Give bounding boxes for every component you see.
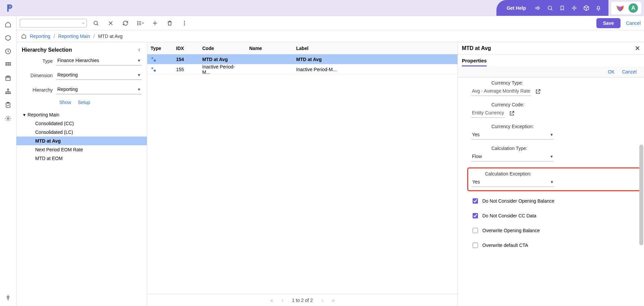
field-label: Currency Type: <box>471 80 637 86</box>
cell-label: MTD at Avg <box>293 57 458 62</box>
checkbox-label: Overwrite Opening Balance <box>482 228 540 233</box>
toolbar-search-icon[interactable] <box>90 17 102 29</box>
calculation-type-select[interactable]: Flow ▾ <box>471 152 553 161</box>
rail-box-icon[interactable] <box>4 34 12 42</box>
input-value: Avg - Average Monthly Rate <box>472 88 530 94</box>
toolbar-list-icon[interactable] <box>135 17 146 29</box>
pager-status: 1 to 2 of 2 <box>292 298 313 303</box>
tree-node[interactable]: Next Period EOM Rate <box>16 145 147 154</box>
col-idx[interactable]: IDX <box>173 46 199 51</box>
rail-clipboard-icon[interactable] <box>4 101 12 109</box>
cube-icon[interactable] <box>580 2 592 14</box>
hierarchy-select[interactable]: Reporting ▾ <box>56 85 142 94</box>
calculation-exception-select[interactable]: Yes ▾ <box>472 178 554 187</box>
type-select[interactable]: Finance Hierarchies ▾ <box>56 56 142 65</box>
properties-title: MTD at Avg <box>462 45 491 51</box>
user-avatar[interactable]: A <box>629 3 638 13</box>
rail-tree-icon[interactable] <box>4 88 12 95</box>
cancel-button[interactable]: Cancel <box>626 20 641 26</box>
pager-prev-icon[interactable]: ‹ <box>282 298 283 303</box>
pager-last-icon[interactable]: » <box>332 298 334 303</box>
svg-point-3 <box>573 7 575 9</box>
search-icon[interactable] <box>544 2 556 14</box>
scrollbar-thumb[interactable] <box>639 145 643 245</box>
svg-line-20 <box>97 24 98 26</box>
breadcrumb-link[interactable]: Reporting <box>30 34 50 39</box>
app-logo[interactable] <box>3 1 16 15</box>
dimension-select[interactable]: Reporting ▾ <box>56 71 142 80</box>
svg-point-19 <box>94 21 98 25</box>
tree-root[interactable]: ▾ Reporting Main <box>16 110 147 119</box>
tree-node[interactable]: Consolidated (LC) <box>16 128 147 137</box>
tree-node[interactable]: Consolidated (CC) <box>16 119 147 128</box>
scrollbar[interactable] <box>639 78 643 306</box>
col-name[interactable]: Name <box>246 46 293 51</box>
tab-properties[interactable]: Properties <box>462 58 487 66</box>
chevron-down-icon: ▾ <box>23 112 25 117</box>
toolbar-close-icon[interactable] <box>105 17 116 29</box>
rail-home-icon[interactable] <box>4 21 12 28</box>
breadcrumb-link[interactable]: Reporting Main <box>58 34 90 39</box>
pager-first-icon[interactable]: « <box>270 298 273 303</box>
rail-pin-icon[interactable] <box>4 294 12 301</box>
target-icon[interactable] <box>568 2 580 14</box>
select-value: Reporting <box>57 72 78 78</box>
cell-code: Inactive Period-M... <box>199 64 246 75</box>
checkbox[interactable] <box>473 198 478 204</box>
svg-rect-9 <box>7 64 9 65</box>
svg-point-15 <box>9 93 10 94</box>
bell-icon[interactable] <box>592 2 604 14</box>
toolbar: Save Cancel <box>16 16 644 30</box>
tree-node[interactable]: MTD at EOM <box>16 154 147 163</box>
col-label[interactable]: Label <box>293 46 458 51</box>
setup-link[interactable]: Setup <box>78 100 90 105</box>
cell-label: Inactive Period-M... <box>293 67 458 72</box>
toolbar-combo[interactable] <box>20 19 87 28</box>
close-icon[interactable]: ✕ <box>635 45 640 52</box>
properties-ok[interactable]: OK <box>608 69 614 74</box>
pager-next-icon[interactable]: › <box>322 298 323 303</box>
tree-node[interactable]: MTD at Avg <box>16 137 147 145</box>
table-row[interactable]: 154MTD at AvgMTD at Avg <box>147 54 458 64</box>
show-link[interactable]: Show <box>59 100 71 105</box>
currency-exception-select[interactable]: Yes ▾ <box>471 131 553 140</box>
rail-gear-icon[interactable] <box>4 115 12 122</box>
col-code[interactable]: Code <box>199 46 246 51</box>
breadcrumb-sep: / <box>54 34 55 39</box>
currency-type-input[interactable]: Avg - Average Monthly Rate <box>471 87 531 96</box>
announce-icon[interactable] <box>532 2 544 14</box>
toolbar-refresh-icon[interactable] <box>120 17 131 29</box>
save-button[interactable]: Save <box>596 18 621 28</box>
checkbox[interactable] <box>473 243 478 248</box>
get-help-link[interactable]: Get Help <box>506 5 526 11</box>
cell-idx: 154 <box>173 57 199 62</box>
svg-rect-10 <box>9 64 11 65</box>
chevron-down-icon <box>81 21 85 25</box>
toolbar-add-icon[interactable] <box>149 17 161 29</box>
col-type[interactable]: Type <box>147 46 173 51</box>
checkbox[interactable] <box>473 213 478 218</box>
toolbar-delete-icon[interactable] <box>164 17 175 29</box>
bookmark-icon[interactable] <box>556 2 568 14</box>
toolbar-more-icon[interactable] <box>179 17 190 29</box>
chevron-down-icon: ▾ <box>138 87 140 92</box>
field-label: Hierarchy <box>22 87 53 93</box>
table-row[interactable]: 155Inactive Period-M...Inactive Period-M… <box>147 64 458 74</box>
external-link-icon[interactable] <box>509 110 515 116</box>
checkbox[interactable] <box>473 228 478 233</box>
collapse-icon[interactable] <box>137 48 142 52</box>
properties-panel: MTD at Avg ✕ Properties OK Cancel Curren… <box>458 42 644 306</box>
currency-code-input[interactable]: Entity Currency <box>471 109 505 118</box>
rail-building-icon[interactable] <box>4 74 12 82</box>
rail-grid-icon[interactable] <box>4 61 12 68</box>
svg-point-32 <box>184 22 185 23</box>
svg-line-2 <box>551 9 552 10</box>
breadcrumb-current: MTD at Avg <box>98 34 122 39</box>
rail-clock-icon[interactable] <box>4 48 12 55</box>
properties-cancel[interactable]: Cancel <box>622 69 637 74</box>
svg-point-28 <box>138 24 138 25</box>
breadcrumb-home-icon[interactable] <box>21 34 26 39</box>
grid-panel: Type IDX Code Name Label 154MTD at AvgMT… <box>147 42 458 306</box>
breadcrumb: Reporting / Reporting Main / MTD at Avg <box>16 30 644 42</box>
external-link-icon[interactable] <box>535 89 541 95</box>
